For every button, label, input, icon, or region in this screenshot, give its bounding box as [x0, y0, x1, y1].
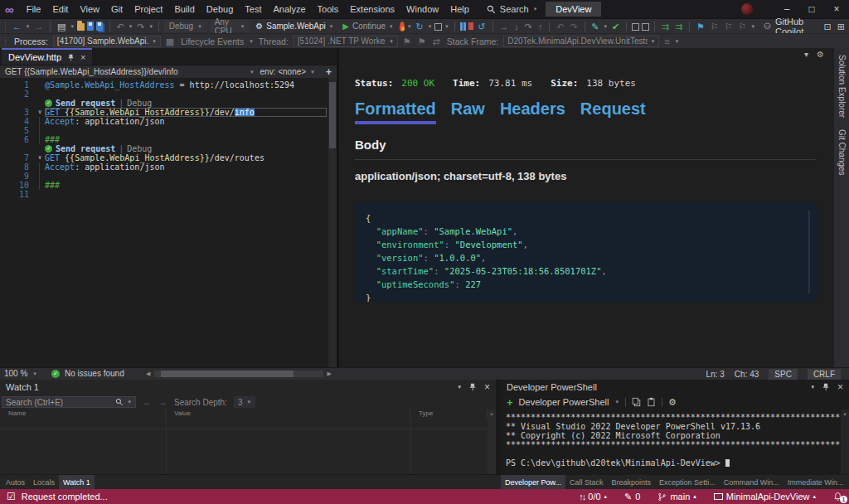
- terminal-profile-caret[interactable]: ▾: [614, 399, 619, 405]
- menu-item-view[interactable]: View: [74, 0, 105, 18]
- menu-item-git[interactable]: Git: [105, 0, 129, 18]
- send-feedback-icon[interactable]: ⊡: [822, 20, 833, 33]
- copilot-chat-icon[interactable]: ⊞: [836, 20, 847, 33]
- watch-scrollbar[interactable]: ▴: [488, 410, 496, 474]
- pin-icon[interactable]: [468, 383, 477, 391]
- panel-tab-developer-pow[interactable]: Developer Pow...: [501, 475, 565, 489]
- menu-item-project[interactable]: Project: [129, 0, 168, 18]
- prev-bookmark-icon[interactable]: ⚐: [709, 20, 720, 33]
- restart-application-caret[interactable]: ▾: [428, 23, 433, 30]
- search-options-caret[interactable]: ▾: [127, 399, 132, 405]
- apply-code-changes-icon[interactable]: ✎: [589, 20, 600, 33]
- pin-icon[interactable]: [822, 383, 830, 391]
- apply-code-changes-caret[interactable]: ▾: [604, 23, 609, 30]
- restart-application-icon[interactable]: ↻: [414, 20, 424, 33]
- stop-debugging-icon[interactable]: [468, 22, 473, 30]
- solution-configuration-dropdown[interactable]: Debug▾: [164, 21, 207, 32]
- watch-grid[interactable]: [0, 418, 488, 474]
- codelens-send-request-link[interactable]: Send request: [56, 99, 115, 108]
- lifecycle-events-icon[interactable]: ▦: [164, 35, 176, 48]
- close-icon[interactable]: ×: [837, 381, 843, 393]
- redo-icon[interactable]: ↷: [135, 20, 146, 33]
- response-tab-headers[interactable]: Headers: [500, 99, 565, 124]
- request-dropdown[interactable]: GET {{Sample.WebApi_HostAddress}}/dev/in…: [5, 67, 245, 76]
- panel-tab-autos[interactable]: Autos: [2, 475, 29, 489]
- search-depth-dropdown[interactable]: 3 ▾: [234, 396, 255, 408]
- undo-caret[interactable]: ▾: [129, 23, 133, 30]
- editor-vertical-scrollbar[interactable]: [328, 78, 337, 367]
- app-insights-icon[interactable]: [434, 23, 442, 31]
- menu-item-window[interactable]: Window: [400, 0, 444, 18]
- branch-button[interactable]: main ▴: [657, 492, 696, 502]
- eol-indicator[interactable]: CRLF: [808, 369, 841, 380]
- menu-item-tools[interactable]: Tools: [312, 0, 345, 18]
- terminal-scrollbar[interactable]: ▴: [841, 410, 849, 474]
- panel-tab-call-stack[interactable]: Call Stack: [565, 475, 608, 489]
- menu-item-help[interactable]: Help: [444, 0, 475, 18]
- panel-tab-locals[interactable]: Locals: [29, 475, 59, 489]
- undo-nav-icon[interactable]: ↶: [555, 20, 565, 33]
- paste-icon[interactable]: [647, 397, 656, 407]
- open-folder-icon[interactable]: [77, 23, 85, 31]
- parallel-stacks-icon[interactable]: ⇉: [660, 20, 671, 33]
- events-viewer-icon[interactable]: [642, 23, 649, 31]
- terminal-options-caret[interactable]: ▾: [811, 384, 814, 390]
- tasks-window-icon[interactable]: ⇉: [673, 20, 684, 33]
- watch-column-type[interactable]: Type: [410, 410, 488, 418]
- scrollbar-thumb[interactable]: [329, 82, 336, 148]
- environment-dropdown-caret[interactable]: ▾: [310, 69, 315, 75]
- stack-frame-dropdown[interactable]: D20Tek.MinimalApi.DevView.UnitTests.Req▾: [503, 36, 659, 47]
- new-terminal-icon[interactable]: +: [507, 396, 513, 409]
- space-mode-indicator[interactable]: SPC: [769, 369, 798, 380]
- pin-icon[interactable]: [67, 54, 75, 61]
- stack-frame-caret[interactable]: ▾: [675, 38, 680, 45]
- response-tab-request[interactable]: Request: [580, 99, 646, 124]
- search-prev-icon[interactable]: ←: [143, 397, 152, 407]
- stack-frame-options-icon[interactable]: ≡: [662, 35, 671, 48]
- toggle-bookmark-icon[interactable]: ⚑: [695, 20, 706, 33]
- nav-forward-icon[interactable]: →: [32, 20, 45, 33]
- solution-platform-dropdown[interactable]: Any CPU▾: [210, 21, 250, 32]
- watch-column-value[interactable]: Value: [166, 410, 410, 418]
- request-dropdown-caret[interactable]: ▾: [250, 69, 255, 75]
- hscroll-thumb[interactable]: [161, 371, 294, 377]
- response-tab-raw[interactable]: Raw: [451, 99, 485, 124]
- menu-item-file[interactable]: File: [21, 0, 47, 18]
- app-insights-caret[interactable]: ▾: [444, 23, 449, 30]
- panel-tab-breakpoints[interactable]: Breakpoints: [608, 475, 656, 489]
- search-next-icon[interactable]: →: [158, 397, 167, 407]
- terminal-settings-gear-icon[interactable]: ⚙: [668, 397, 677, 408]
- next-bookmark-icon[interactable]: ⚐: [723, 20, 735, 33]
- restart-debugging-icon[interactable]: ↺: [476, 20, 487, 33]
- watch-options-caret[interactable]: ▾: [458, 384, 461, 390]
- terminal-profile-dropdown[interactable]: Developer PowerShell: [519, 397, 609, 407]
- toolbar-drag-handle[interactable]: [4, 22, 7, 32]
- lifecycle-events-caret[interactable]: ▾: [249, 38, 254, 45]
- redo-caret[interactable]: ▾: [148, 23, 153, 30]
- step-out-icon[interactable]: ↑: [536, 20, 545, 33]
- copy-icon[interactable]: [632, 397, 641, 407]
- run-tests-icon[interactable]: ✔: [610, 20, 621, 33]
- repository-button[interactable]: MinimalApi-DevView ▴: [714, 492, 816, 502]
- nav-backward-caret[interactable]: ▾: [26, 23, 31, 30]
- redo-nav-icon[interactable]: ↷: [568, 20, 579, 33]
- menu-item-analyze[interactable]: Analyze: [267, 0, 311, 18]
- menu-item-debug[interactable]: Debug: [201, 0, 239, 18]
- bookmarks-caret[interactable]: ▾: [750, 23, 755, 30]
- codelens-debug-link[interactable]: Debug: [127, 99, 152, 108]
- startup-project-dropdown[interactable]: ⚙Sample.WebApi▾: [252, 21, 337, 32]
- panel-tab-command-win[interactable]: Command Win...: [720, 475, 784, 489]
- thread-dropdown[interactable]: [51024] .NET TP Worker▾: [294, 36, 398, 47]
- close-button[interactable]: ×: [824, 0, 849, 18]
- new-file-icon[interactable]: ▤: [56, 20, 67, 33]
- process-dropdown[interactable]: [41700] Sample.WebApi.exe▾: [53, 36, 161, 47]
- continue-button[interactable]: ▶Continue▾: [339, 21, 396, 32]
- undo-icon[interactable]: ↶: [115, 20, 126, 33]
- close-tab-icon[interactable]: ×: [80, 52, 85, 62]
- terminal-output[interactable]: ****************************************…: [501, 410, 841, 474]
- horizontal-scrollbar[interactable]: [154, 371, 323, 377]
- watch-search-input[interactable]: Search (Ctrl+E) ▾: [2, 396, 136, 408]
- hot-reload-icon[interactable]: [400, 22, 405, 32]
- hot-reload-caret[interactable]: ▾: [407, 23, 412, 30]
- response-tab-formatted[interactable]: Formatted: [355, 99, 436, 124]
